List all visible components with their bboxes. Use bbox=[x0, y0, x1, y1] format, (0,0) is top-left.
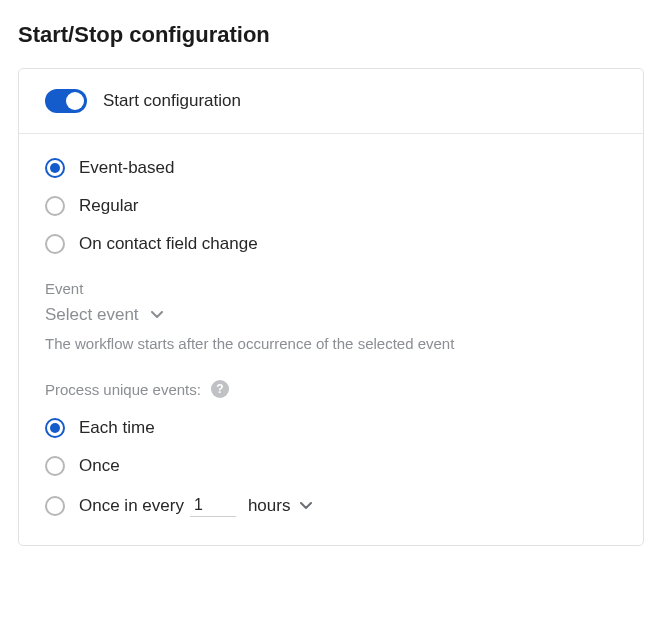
trigger-option-event-based[interactable]: Event-based bbox=[45, 158, 617, 178]
radio-label: Event-based bbox=[79, 158, 174, 178]
event-help-text: The workflow starts after the occurrence… bbox=[45, 335, 617, 352]
radio-label: Each time bbox=[79, 418, 155, 438]
radio-icon bbox=[45, 158, 65, 178]
config-card: Start configuration Event-based Regular … bbox=[18, 68, 644, 546]
start-config-label: Start configuration bbox=[103, 91, 241, 111]
radio-icon bbox=[45, 234, 65, 254]
unique-events-header: Process unique events: ? bbox=[45, 380, 617, 398]
radio-icon bbox=[45, 196, 65, 216]
unique-option-once[interactable]: Once bbox=[45, 456, 617, 476]
radio-icon bbox=[45, 496, 65, 516]
event-select[interactable]: Select event bbox=[45, 305, 163, 325]
page-title: Start/Stop configuration bbox=[18, 22, 644, 48]
radio-label: On contact field change bbox=[79, 234, 258, 254]
interval-value-input[interactable] bbox=[190, 494, 236, 517]
interval-unit-select[interactable]: hours bbox=[248, 496, 313, 516]
event-label: Event bbox=[45, 280, 617, 297]
event-block: Event Select event The workflow starts a… bbox=[45, 280, 617, 352]
once-in-every-prefix: Once in every bbox=[79, 496, 184, 516]
radio-icon bbox=[45, 456, 65, 476]
radio-label: Once bbox=[79, 456, 120, 476]
interval-unit-value: hours bbox=[248, 496, 291, 516]
event-select-value: Select event bbox=[45, 305, 139, 325]
unique-option-each-time[interactable]: Each time bbox=[45, 418, 617, 438]
unique-option-once-in-every[interactable]: Once in every hours bbox=[45, 494, 617, 517]
radio-label: Regular bbox=[79, 196, 139, 216]
trigger-option-on-contact-field-change[interactable]: On contact field change bbox=[45, 234, 617, 254]
unique-events-label: Process unique events: bbox=[45, 381, 201, 398]
card-body: Event-based Regular On contact field cha… bbox=[19, 134, 643, 545]
card-header: Start configuration bbox=[19, 69, 643, 134]
radio-label: Once in every hours bbox=[79, 494, 312, 517]
trigger-option-regular[interactable]: Regular bbox=[45, 196, 617, 216]
start-config-toggle[interactable] bbox=[45, 89, 87, 113]
radio-icon bbox=[45, 418, 65, 438]
chevron-down-icon bbox=[151, 309, 163, 321]
help-icon[interactable]: ? bbox=[211, 380, 229, 398]
chevron-down-icon bbox=[300, 500, 312, 512]
